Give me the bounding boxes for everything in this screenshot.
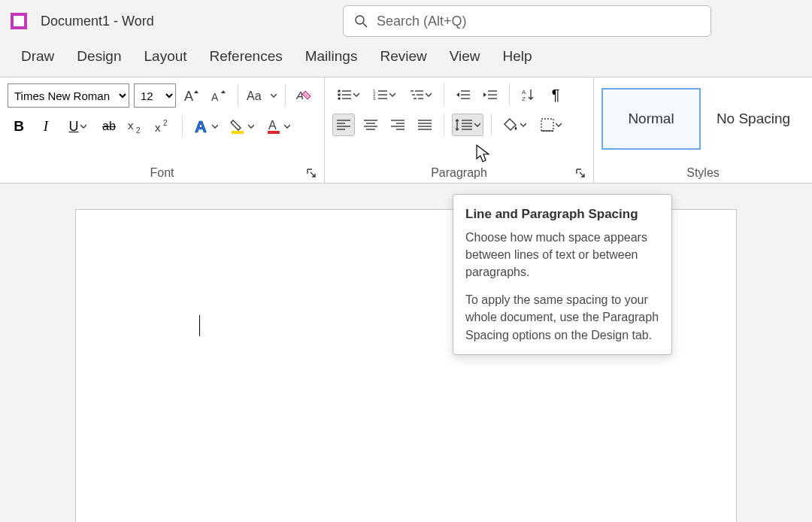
- svg-text:A: A: [211, 91, 219, 103]
- svg-point-17: [338, 90, 341, 93]
- subscript-button[interactable]: x2: [125, 115, 147, 138]
- tooltip-body-1: Choose how much space appears between li…: [465, 229, 659, 281]
- tooltip-body-2: To apply the same spacing to your whole …: [465, 291, 659, 344]
- ribbon-tabs: Draw Design Layout References Mailings R…: [0, 42, 812, 77]
- increase-indent-button[interactable]: [479, 83, 501, 106]
- tab-draw[interactable]: Draw: [21, 48, 54, 65]
- grow-font-button[interactable]: A: [180, 84, 203, 107]
- svg-text:Aa: Aa: [247, 90, 262, 102]
- svg-text:A: A: [296, 89, 304, 102]
- font-dialog-launcher[interactable]: [306, 168, 318, 180]
- paragraph-dialog-launcher[interactable]: [575, 168, 587, 180]
- show-hide-button[interactable]: ¶: [544, 83, 567, 106]
- highlight-button[interactable]: [226, 115, 258, 138]
- svg-rect-2: [16, 22, 22, 25]
- tooltip-title: Line and Paragraph Spacing: [465, 205, 659, 224]
- tab-layout[interactable]: Layout: [144, 48, 187, 65]
- ribbon: Times New Roman 12 A A Aa A B I U ab x2 …: [0, 77, 812, 184]
- sort-button[interactable]: AZ: [517, 83, 540, 106]
- svg-text:x: x: [128, 119, 134, 132]
- svg-rect-16: [268, 131, 280, 134]
- multilevel-list-button[interactable]: [404, 83, 436, 106]
- svg-rect-63: [541, 119, 553, 131]
- document-title: Document1 - Word: [41, 14, 154, 29]
- tab-review[interactable]: Review: [380, 48, 426, 65]
- style-normal[interactable]: Normal: [601, 88, 701, 150]
- svg-text:x: x: [155, 121, 161, 134]
- strikethrough-button[interactable]: ab: [98, 115, 120, 138]
- numbering-button[interactable]: 123: [368, 83, 400, 106]
- shading-button[interactable]: [499, 114, 531, 136]
- align-left-button[interactable]: [332, 114, 355, 136]
- svg-line-4: [363, 23, 367, 27]
- search-box[interactable]: Search (Alt+Q): [343, 5, 711, 37]
- svg-point-21: [338, 97, 341, 100]
- borders-button[interactable]: [535, 114, 567, 136]
- shrink-font-button[interactable]: A: [208, 84, 230, 107]
- svg-text:Z: Z: [522, 96, 526, 102]
- group-label-font: Font: [8, 163, 317, 180]
- svg-point-3: [356, 16, 364, 24]
- clear-formatting-button[interactable]: A: [293, 84, 316, 107]
- group-paragraph: 123 AZ ¶ Paragraph: [325, 77, 594, 183]
- svg-rect-1: [16, 17, 20, 20]
- align-right-button[interactable]: [386, 114, 409, 136]
- font-color-button[interactable]: A: [262, 115, 294, 138]
- svg-text:A: A: [195, 118, 207, 135]
- document-area: [0, 190, 812, 522]
- justify-button[interactable]: [414, 114, 436, 136]
- decrease-indent-button[interactable]: [452, 83, 474, 106]
- svg-text:2: 2: [136, 126, 141, 134]
- group-styles: Normal No Spacing Styles: [594, 77, 812, 183]
- line-spacing-button[interactable]: [452, 114, 483, 136]
- tooltip-line-spacing: Line and Paragraph Spacing Choose how mu…: [453, 194, 672, 355]
- bullets-button[interactable]: [332, 83, 364, 106]
- bold-button[interactable]: B: [8, 115, 30, 138]
- search-placeholder: Search (Alt+Q): [377, 14, 467, 29]
- style-no-spacing[interactable]: No Spacing: [704, 88, 803, 150]
- group-label-paragraph: Paragraph: [332, 163, 586, 180]
- svg-text:2: 2: [163, 119, 168, 127]
- font-size-select[interactable]: 12: [134, 83, 176, 108]
- save-icon[interactable]: [11, 13, 27, 29]
- change-case-button[interactable]: Aa: [246, 84, 277, 107]
- tab-references[interactable]: References: [210, 48, 283, 65]
- superscript-button[interactable]: x2: [152, 115, 174, 138]
- tab-help[interactable]: Help: [503, 48, 532, 65]
- group-font: Times New Roman 12 A A Aa A B I U ab x2 …: [0, 77, 325, 183]
- text-caret: [199, 315, 200, 336]
- text-effects-button[interactable]: A: [190, 115, 222, 138]
- svg-rect-14: [232, 131, 244, 134]
- tab-design[interactable]: Design: [77, 48, 121, 65]
- tab-mailings[interactable]: Mailings: [305, 48, 358, 65]
- svg-text:A: A: [184, 89, 193, 104]
- title-bar: Document1 - Word Search (Alt+Q): [0, 0, 812, 42]
- svg-text:3: 3: [373, 96, 376, 101]
- font-name-select[interactable]: Times New Roman: [8, 83, 129, 108]
- underline-button[interactable]: U: [62, 115, 93, 138]
- align-center-button[interactable]: [359, 114, 382, 136]
- svg-text:A: A: [522, 89, 526, 96]
- group-label-styles: Styles: [601, 163, 804, 180]
- svg-point-19: [338, 93, 341, 96]
- svg-text:A: A: [268, 119, 277, 132]
- tab-view[interactable]: View: [450, 48, 480, 65]
- italic-button[interactable]: I: [35, 115, 57, 138]
- search-icon: [354, 14, 368, 28]
